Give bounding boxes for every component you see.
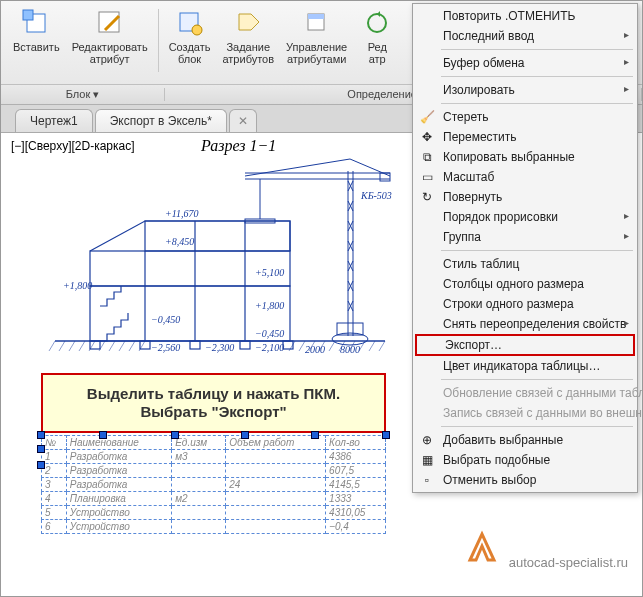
sync-icon <box>361 7 393 39</box>
svg-text:+5,100: +5,100 <box>255 267 284 278</box>
svg-rect-6 <box>308 14 324 19</box>
svg-line-23 <box>329 341 335 351</box>
manage-attributes-button[interactable]: Управление атрибутами <box>280 5 353 84</box>
edit-attribute-button[interactable]: Редактировать атрибут <box>66 5 154 84</box>
svg-text:−0,450: −0,450 <box>151 314 180 325</box>
manage-attributes-icon <box>301 7 333 39</box>
svg-rect-2 <box>99 12 119 32</box>
svg-line-17 <box>129 341 135 351</box>
svg-rect-35 <box>90 341 100 349</box>
svg-rect-38 <box>240 341 250 349</box>
mi-copy-selected[interactable]: ⧉Копировать выбранные <box>413 147 637 167</box>
edit-trunc-button[interactable]: Ред атр <box>353 5 401 84</box>
mi-deselect[interactable]: ▫Отменить выбор <box>413 470 637 490</box>
svg-text:КБ-503: КБ-503 <box>360 190 392 201</box>
svg-text:2000: 2000 <box>305 344 325 355</box>
svg-rect-1 <box>23 10 33 20</box>
mi-write-links: Запись связей с данными во внешн <box>413 403 637 423</box>
mi-remove-overrides[interactable]: Снять переопределения свойств <box>413 314 637 334</box>
svg-text:−2,100: −2,100 <box>255 342 284 353</box>
callout-line2: Выбрать "Экспорт" <box>51 403 376 421</box>
mi-recent-input[interactable]: Последний ввод <box>413 26 637 46</box>
mi-rotate[interactable]: ↻Повернуть <box>413 187 637 207</box>
svg-line-11 <box>69 341 75 351</box>
tab-drawing1[interactable]: Чертеж1 <box>15 109 93 132</box>
context-menu: Повторить .ОТМЕНИТЬ Последний ввод Буфер… <box>412 3 638 493</box>
svg-point-4 <box>192 25 202 35</box>
manage-attributes-label: Управление атрибутами <box>286 41 347 65</box>
select-similar-icon: ▦ <box>419 452 435 468</box>
copy-icon: ⧉ <box>419 149 435 165</box>
svg-text:−2,300: −2,300 <box>205 342 234 353</box>
svg-text:+11,670: +11,670 <box>165 208 199 219</box>
mi-table-style[interactable]: Стиль таблиц <box>413 254 637 274</box>
svg-line-9 <box>49 341 55 351</box>
deselect-icon: ▫ <box>419 472 435 488</box>
mi-clipboard[interactable]: Буфер обмена <box>413 53 637 73</box>
tab-new[interactable]: ✕ <box>229 109 257 132</box>
edit-attribute-icon <box>94 7 126 39</box>
svg-text:+1,800: +1,800 <box>255 300 284 311</box>
erase-icon: 🧹 <box>419 109 435 125</box>
mi-draw-order[interactable]: Порядок прорисовки <box>413 207 637 227</box>
create-block-button[interactable]: Создать блок <box>163 5 217 84</box>
create-block-label: Создать блок <box>169 41 211 65</box>
svg-line-15 <box>109 341 115 351</box>
svg-line-16 <box>119 341 125 351</box>
tab-export-excel[interactable]: Экспорт в Эксель* <box>95 109 227 132</box>
mi-add-selected[interactable]: ⊕Добавить выбранные <box>413 430 637 450</box>
mi-erase[interactable]: 🧹Стереть <box>413 107 637 127</box>
mi-move[interactable]: ✥Переместить <box>413 127 637 147</box>
add-selected-icon: ⊕ <box>419 432 435 448</box>
mi-select-similar[interactable]: ▦Выбрать подобные <box>413 450 637 470</box>
svg-line-12 <box>79 341 85 351</box>
mi-group[interactable]: Группа <box>413 227 637 247</box>
svg-rect-39 <box>283 341 293 349</box>
section-drawing: +11,670 +8,450 +1,800 −0,450 −2,560 −2,3… <box>45 151 405 361</box>
svg-text:+1,800: +1,800 <box>63 280 92 291</box>
svg-line-27 <box>369 341 375 351</box>
site-logo <box>462 528 502 568</box>
svg-text:−0,450: −0,450 <box>255 328 284 339</box>
insert-label: Вставить <box>13 41 60 53</box>
edit-attribute-label: Редактировать атрибут <box>72 41 148 65</box>
svg-rect-37 <box>190 341 200 349</box>
svg-text:−2,560: −2,560 <box>151 342 180 353</box>
separator <box>158 9 159 72</box>
mi-update-links: Обновление связей с данными табл <box>413 383 637 403</box>
instruction-callout: Выделить таблицу и нажать ПКМ. Выбрать "… <box>41 373 386 433</box>
mi-repeat[interactable]: Повторить .ОТМЕНИТЬ <box>413 6 637 26</box>
callout-line1: Выделить таблицу и нажать ПКМ. <box>51 385 376 403</box>
panel-block[interactable]: Блок ▾ <box>1 88 165 101</box>
selected-table[interactable]: №НаименованиеЕд.измОбъем работКол-во 1Ра… <box>41 435 386 534</box>
edit-trunc-label: Ред атр <box>368 41 387 65</box>
mi-indicator-color[interactable]: Цвет индикатора таблицы… <box>413 356 637 376</box>
mi-scale[interactable]: ▭Масштаб <box>413 167 637 187</box>
create-block-icon <box>174 7 206 39</box>
set-attributes-button[interactable]: Задание атрибутов <box>216 5 280 84</box>
scale-icon: ▭ <box>419 169 435 185</box>
svg-line-10 <box>59 341 65 351</box>
watermark-text: autocad-specialist.ru <box>509 555 628 570</box>
svg-line-28 <box>379 341 385 351</box>
mi-isolate[interactable]: Изолировать <box>413 80 637 100</box>
svg-text:8000: 8000 <box>340 344 360 355</box>
mi-equal-cols[interactable]: Столбцы одного размера <box>413 274 637 294</box>
move-icon: ✥ <box>419 129 435 145</box>
insert-icon <box>20 7 52 39</box>
set-attributes-label: Задание атрибутов <box>222 41 274 65</box>
insert-button[interactable]: Вставить <box>7 5 66 84</box>
mi-equal-rows[interactable]: Строки одного размера <box>413 294 637 314</box>
tag-icon <box>232 7 264 39</box>
svg-text:+8,450: +8,450 <box>165 236 194 247</box>
rotate-icon: ↻ <box>419 189 435 205</box>
mi-export[interactable]: Экспорт… <box>415 334 635 356</box>
svg-point-7 <box>368 14 386 32</box>
svg-rect-36 <box>140 341 150 349</box>
